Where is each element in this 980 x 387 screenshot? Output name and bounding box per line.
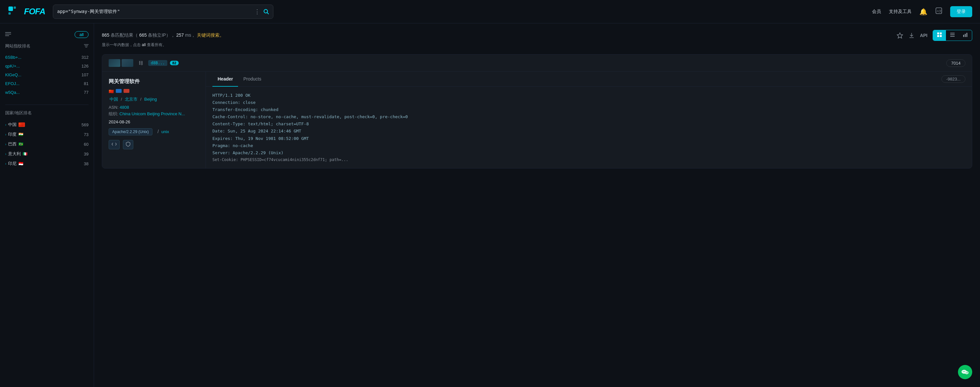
header-line: HTTP/1.1 200 OK bbox=[212, 92, 966, 99]
svg-text:A文: A文 bbox=[937, 10, 942, 13]
app-title: 网关管理软件 bbox=[109, 78, 199, 85]
logo-icon bbox=[8, 6, 23, 18]
header-line: Date: Sun, 25 Aug 2024 22:14:46 GMT bbox=[212, 128, 966, 135]
chevron-icon: › bbox=[5, 142, 6, 146]
card-thumbnail bbox=[109, 59, 133, 67]
svg-rect-2 bbox=[8, 12, 11, 14]
flag-row: 🇨🇳 bbox=[109, 89, 199, 94]
translate-icon[interactable]: A文 bbox=[935, 7, 942, 16]
header-line: Transfer-Encoding: chunked bbox=[212, 106, 966, 113]
header-line-truncated: Set-Cookie: PHPSESSID=cf74vcucami4nini35… bbox=[212, 157, 966, 163]
country-item-india[interactable]: › 印度 🇮🇳 73 bbox=[5, 130, 89, 139]
card-right: Header Products -9823... HTTP/1.1 200 OK… bbox=[206, 72, 972, 168]
svg-point-29 bbox=[966, 373, 966, 373]
svg-rect-16 bbox=[940, 32, 942, 34]
unix-link[interactable]: unix bbox=[161, 129, 169, 134]
content: 865 条匹配结果（ 665 条独立IP）， 257 ms， 关键词搜索。 bbox=[94, 23, 980, 387]
country-link[interactable]: 中国 bbox=[110, 97, 118, 102]
country-list: › 中国 🇨🇳 569 › 印度 🇮🇳 73 › 巴西 🇧🇷 bbox=[5, 120, 89, 168]
tab-products[interactable]: Products bbox=[238, 72, 266, 87]
flag-blue-icon bbox=[116, 89, 122, 93]
login-btn[interactable]: 登录 bbox=[950, 6, 972, 17]
svg-rect-19 bbox=[950, 33, 955, 34]
svg-rect-18 bbox=[940, 35, 942, 37]
org-link[interactable]: China Unicom Beijing Province N... bbox=[119, 111, 185, 116]
grid-view-btn[interactable] bbox=[933, 30, 946, 41]
country-item-italy[interactable]: › 意大利 🇮🇹 39 bbox=[5, 149, 89, 159]
search-input[interactable] bbox=[57, 9, 254, 14]
all-link[interactable]: all bbox=[142, 43, 146, 47]
all-badge[interactable]: all bbox=[75, 31, 89, 38]
minus-badge: -9823... bbox=[942, 75, 966, 83]
chevron-icon: › bbox=[5, 133, 6, 136]
num-badge: 82 bbox=[170, 61, 178, 65]
chart-view-btn[interactable] bbox=[959, 30, 972, 41]
date-row: 2024-08-26 bbox=[109, 120, 199, 124]
header-content: HTTP/1.1 200 OK Connection: close Transf… bbox=[206, 87, 972, 168]
flag-cn-icon: 🇨🇳 bbox=[109, 89, 114, 94]
keyword-search-link[interactable]: 关键词搜索。 bbox=[197, 32, 224, 38]
search-btn[interactable] bbox=[263, 9, 269, 14]
flag-cn: 🇨🇳 bbox=[19, 122, 25, 127]
header: FOFA ⋮ 会员 支持及工具 🔔 A文 登录 bbox=[0, 0, 980, 23]
svg-point-27 bbox=[963, 371, 964, 372]
header-line: Expires: Thu, 19 Nov 1981 08:52:00 GMT bbox=[212, 135, 966, 142]
wechat-float-btn[interactable] bbox=[958, 365, 972, 379]
results-actions: API bbox=[897, 30, 972, 41]
svg-line-4 bbox=[267, 12, 269, 14]
fingerprint-item[interactable]: KlGeQ... 107 bbox=[5, 70, 89, 79]
fingerprint-item[interactable]: 6SBb+... 312 bbox=[5, 53, 89, 62]
country-item-indonesia[interactable]: › 印尼 🇮🇩 38 bbox=[5, 159, 89, 168]
filter-icon[interactable] bbox=[5, 32, 11, 38]
location-row: 中国 / 北京市 / Beijing bbox=[109, 96, 199, 102]
city-link[interactable]: 北京市 bbox=[125, 97, 137, 102]
fingerprint-item[interactable]: w5Qa... 77 bbox=[5, 88, 89, 97]
code-icon-btn[interactable] bbox=[109, 140, 120, 149]
tabs-row: Header Products -9823... bbox=[206, 72, 972, 87]
asn-link[interactable]: 4808 bbox=[120, 105, 129, 110]
card-left: 网关管理软件 🇨🇳 中国 / 北京市 / Beijing bbox=[102, 72, 206, 168]
fingerprint-list: 6SBb+... 312 qpK/+... 126 KlGeQ... 107 E… bbox=[5, 53, 89, 97]
header-line: Pragma: no-cache bbox=[212, 142, 966, 149]
shield-icon-btn[interactable] bbox=[123, 140, 133, 149]
country-item-brazil[interactable]: › 巴西 🇧🇷 60 bbox=[5, 139, 89, 149]
more-options-btn[interactable]: ⋮ bbox=[254, 8, 260, 15]
nav-member[interactable]: 会员 bbox=[872, 9, 881, 14]
notification-icon[interactable]: 🔔 bbox=[920, 8, 928, 16]
flag-in: 🇮🇳 bbox=[19, 132, 23, 137]
asn-row: ASN: 4808 bbox=[109, 105, 199, 110]
svg-point-28 bbox=[964, 371, 965, 372]
svg-rect-23 bbox=[965, 34, 966, 37]
fingerprint-item[interactable]: EFOJ... 81 bbox=[5, 79, 89, 88]
fingerprint-filter-icon[interactable] bbox=[84, 44, 89, 49]
sidebar-filter-row: all bbox=[5, 31, 89, 38]
chevron-icon: › bbox=[5, 162, 6, 166]
svg-rect-22 bbox=[963, 35, 964, 37]
server-row: Apache/2.2.29 (Unix) / unix bbox=[109, 128, 199, 135]
svg-rect-17 bbox=[937, 35, 939, 37]
star-btn[interactable] bbox=[897, 32, 903, 38]
link-icon: ⛓ bbox=[138, 61, 143, 66]
svg-rect-20 bbox=[950, 34, 955, 35]
sidebar: all 网站指纹排名 6SBb+... 312 qpK/+... 126 bbox=[0, 23, 94, 387]
svg-marker-13 bbox=[897, 33, 902, 38]
thumb-block-1 bbox=[109, 59, 120, 67]
chevron-icon: › bbox=[5, 152, 6, 156]
nav-support[interactable]: 支持及工具 bbox=[889, 9, 912, 14]
header-nav: 会员 支持及工具 🔔 A文 登录 bbox=[872, 6, 972, 17]
flag-red-icon bbox=[124, 89, 129, 93]
country-item-china[interactable]: › 中国 🇨🇳 569 bbox=[5, 120, 89, 130]
flag-br: 🇧🇷 bbox=[19, 142, 23, 146]
server-badge[interactable]: Apache/2.2.29 (Unix) bbox=[109, 128, 153, 135]
svg-point-30 bbox=[967, 373, 968, 373]
card-id: 7014 bbox=[946, 59, 966, 67]
list-view-btn[interactable] bbox=[946, 30, 959, 41]
api-btn[interactable]: API bbox=[920, 33, 928, 38]
svg-rect-21 bbox=[950, 36, 955, 37]
tab-header[interactable]: Header bbox=[212, 72, 238, 87]
download-btn[interactable] bbox=[908, 32, 915, 38]
district-link[interactable]: Beijing bbox=[144, 97, 157, 102]
fingerprint-item[interactable]: qpK/+... 126 bbox=[5, 62, 89, 70]
logo: FOFA bbox=[8, 6, 45, 18]
header-line: Content-Type: text/html; charset=UTF-8 bbox=[212, 120, 966, 128]
